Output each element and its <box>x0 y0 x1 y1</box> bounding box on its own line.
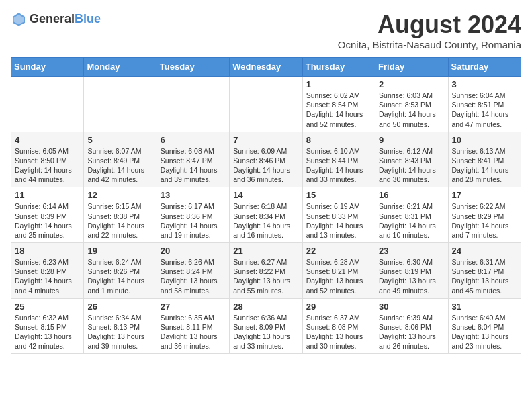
day-number: 30 <box>379 302 444 312</box>
day-info: Sunrise: 6:35 AM Sunset: 8:11 PM Dayligh… <box>161 313 226 351</box>
day-info: Sunrise: 6:31 AM Sunset: 8:17 PM Dayligh… <box>452 257 517 295</box>
day-number: 15 <box>306 190 371 200</box>
calendar-cell: 13Sunrise: 6:17 AM Sunset: 8:36 PM Dayli… <box>157 187 229 243</box>
logo-text: GeneralBlue <box>30 12 101 26</box>
day-info: Sunrise: 6:12 AM Sunset: 8:43 PM Dayligh… <box>379 146 444 185</box>
day-number: 31 <box>452 302 517 312</box>
day-info: Sunrise: 6:34 AM Sunset: 8:13 PM Dayligh… <box>87 313 152 351</box>
calendar-cell: 21Sunrise: 6:27 AM Sunset: 8:22 PM Dayli… <box>230 243 302 299</box>
day-number: 25 <box>15 302 80 312</box>
calendar-cell: 22Sunrise: 6:28 AM Sunset: 8:21 PM Dayli… <box>302 243 375 299</box>
calendar-cell: 24Sunrise: 6:31 AM Sunset: 8:17 PM Dayli… <box>448 243 521 299</box>
day-number: 17 <box>452 190 517 200</box>
weekday-header: Wednesday <box>230 58 302 77</box>
day-number: 19 <box>87 246 152 256</box>
calendar-week-row: 4Sunrise: 6:05 AM Sunset: 8:50 PM Daylig… <box>11 132 521 187</box>
calendar-cell: 2Sunrise: 6:03 AM Sunset: 8:53 PM Daylig… <box>375 77 448 132</box>
day-info: Sunrise: 6:09 AM Sunset: 8:46 PM Dayligh… <box>233 146 298 185</box>
calendar-cell: 18Sunrise: 6:23 AM Sunset: 8:28 PM Dayli… <box>11 243 84 299</box>
day-number: 7 <box>233 135 298 145</box>
day-info: Sunrise: 6:02 AM Sunset: 8:54 PM Dayligh… <box>306 91 371 129</box>
calendar-cell <box>84 77 157 132</box>
calendar-cell: 12Sunrise: 6:15 AM Sunset: 8:38 PM Dayli… <box>84 187 157 243</box>
calendar-cell: 31Sunrise: 6:40 AM Sunset: 8:04 PM Dayli… <box>448 298 521 354</box>
day-number: 21 <box>233 246 298 256</box>
calendar-cell: 29Sunrise: 6:37 AM Sunset: 8:08 PM Dayli… <box>302 298 375 354</box>
day-number: 6 <box>161 135 226 145</box>
calendar-cell: 20Sunrise: 6:26 AM Sunset: 8:24 PM Dayli… <box>157 243 229 299</box>
title-block: August 2024 Ocnita, Bistrita-Nasaud Coun… <box>338 11 521 50</box>
calendar-cell: 30Sunrise: 6:39 AM Sunset: 8:06 PM Dayli… <box>375 298 448 354</box>
calendar-cell: 14Sunrise: 6:18 AM Sunset: 8:34 PM Dayli… <box>230 187 302 243</box>
day-info: Sunrise: 6:07 AM Sunset: 8:49 PM Dayligh… <box>87 146 152 185</box>
day-info: Sunrise: 6:18 AM Sunset: 8:34 PM Dayligh… <box>233 201 298 240</box>
calendar-cell: 25Sunrise: 6:32 AM Sunset: 8:15 PM Dayli… <box>11 298 84 354</box>
day-info: Sunrise: 6:03 AM Sunset: 8:53 PM Dayligh… <box>379 91 444 129</box>
calendar-cell: 5Sunrise: 6:07 AM Sunset: 8:49 PM Daylig… <box>84 132 157 187</box>
weekday-row: SundayMondayTuesdayWednesdayThursdayFrid… <box>11 58 521 77</box>
calendar-cell: 4Sunrise: 6:05 AM Sunset: 8:50 PM Daylig… <box>11 132 84 187</box>
calendar-cell: 9Sunrise: 6:12 AM Sunset: 8:43 PM Daylig… <box>375 132 448 187</box>
day-number: 26 <box>87 302 152 312</box>
calendar-cell: 3Sunrise: 6:04 AM Sunset: 8:51 PM Daylig… <box>448 77 521 132</box>
day-number: 18 <box>15 246 80 256</box>
day-info: Sunrise: 6:19 AM Sunset: 8:33 PM Dayligh… <box>306 201 371 240</box>
day-number: 11 <box>15 190 80 200</box>
location-title: Ocnita, Bistrita-Nasaud County, Romania <box>338 39 521 50</box>
calendar-cell <box>11 77 84 132</box>
day-info: Sunrise: 6:13 AM Sunset: 8:41 PM Dayligh… <box>452 146 517 185</box>
calendar-header: SundayMondayTuesdayWednesdayThursdayFrid… <box>11 58 521 77</box>
calendar-week-row: 18Sunrise: 6:23 AM Sunset: 8:28 PM Dayli… <box>11 243 521 299</box>
day-info: Sunrise: 6:24 AM Sunset: 8:26 PM Dayligh… <box>87 257 152 295</box>
day-info: Sunrise: 6:04 AM Sunset: 8:51 PM Dayligh… <box>452 91 517 129</box>
day-info: Sunrise: 6:39 AM Sunset: 8:06 PM Dayligh… <box>379 313 444 351</box>
logo: GeneralBlue <box>11 11 101 27</box>
day-info: Sunrise: 6:21 AM Sunset: 8:31 PM Dayligh… <box>379 201 444 240</box>
calendar-cell: 26Sunrise: 6:34 AM Sunset: 8:13 PM Dayli… <box>84 298 157 354</box>
calendar-week-row: 25Sunrise: 6:32 AM Sunset: 8:15 PM Dayli… <box>11 298 521 354</box>
calendar-cell: 10Sunrise: 6:13 AM Sunset: 8:41 PM Dayli… <box>448 132 521 187</box>
day-number: 13 <box>161 190 226 200</box>
calendar-cell: 16Sunrise: 6:21 AM Sunset: 8:31 PM Dayli… <box>375 187 448 243</box>
day-info: Sunrise: 6:17 AM Sunset: 8:36 PM Dayligh… <box>161 201 226 240</box>
weekday-header: Friday <box>375 58 448 77</box>
day-info: Sunrise: 6:05 AM Sunset: 8:50 PM Dayligh… <box>15 146 80 185</box>
day-number: 28 <box>233 302 298 312</box>
day-info: Sunrise: 6:32 AM Sunset: 8:15 PM Dayligh… <box>15 313 80 351</box>
day-info: Sunrise: 6:36 AM Sunset: 8:09 PM Dayligh… <box>233 313 298 351</box>
day-number: 22 <box>306 246 371 256</box>
day-number: 3 <box>452 79 517 89</box>
day-number: 23 <box>379 246 444 256</box>
day-number: 12 <box>87 190 152 200</box>
weekday-header: Sunday <box>11 58 84 77</box>
calendar-cell <box>157 77 229 132</box>
calendar-cell: 27Sunrise: 6:35 AM Sunset: 8:11 PM Dayli… <box>157 298 229 354</box>
month-title: August 2024 <box>338 11 521 39</box>
weekday-header: Monday <box>84 58 157 77</box>
day-info: Sunrise: 6:40 AM Sunset: 8:04 PM Dayligh… <box>452 313 517 351</box>
day-info: Sunrise: 6:30 AM Sunset: 8:19 PM Dayligh… <box>379 257 444 295</box>
logo-blue: Blue <box>75 12 101 26</box>
day-number: 10 <box>452 135 517 145</box>
calendar-cell: 7Sunrise: 6:09 AM Sunset: 8:46 PM Daylig… <box>230 132 302 187</box>
calendar-cell: 8Sunrise: 6:10 AM Sunset: 8:44 PM Daylig… <box>302 132 375 187</box>
day-number: 5 <box>87 135 152 145</box>
day-info: Sunrise: 6:08 AM Sunset: 8:47 PM Dayligh… <box>161 146 226 185</box>
day-info: Sunrise: 6:15 AM Sunset: 8:38 PM Dayligh… <box>87 201 152 240</box>
day-number: 4 <box>15 135 80 145</box>
day-number: 20 <box>161 246 226 256</box>
day-number: 24 <box>452 246 517 256</box>
logo-general: General <box>30 12 75 26</box>
day-number: 1 <box>306 79 371 89</box>
day-number: 8 <box>306 135 371 145</box>
weekday-header: Tuesday <box>157 58 229 77</box>
day-number: 16 <box>379 190 444 200</box>
weekday-header: Saturday <box>448 58 521 77</box>
calendar-cell: 1Sunrise: 6:02 AM Sunset: 8:54 PM Daylig… <box>302 77 375 132</box>
day-number: 9 <box>379 135 444 145</box>
calendar-cell: 23Sunrise: 6:30 AM Sunset: 8:19 PM Dayli… <box>375 243 448 299</box>
day-info: Sunrise: 6:10 AM Sunset: 8:44 PM Dayligh… <box>306 146 371 185</box>
day-info: Sunrise: 6:26 AM Sunset: 8:24 PM Dayligh… <box>161 257 226 295</box>
day-info: Sunrise: 6:22 AM Sunset: 8:29 PM Dayligh… <box>452 201 517 240</box>
day-info: Sunrise: 6:23 AM Sunset: 8:28 PM Dayligh… <box>15 257 80 295</box>
